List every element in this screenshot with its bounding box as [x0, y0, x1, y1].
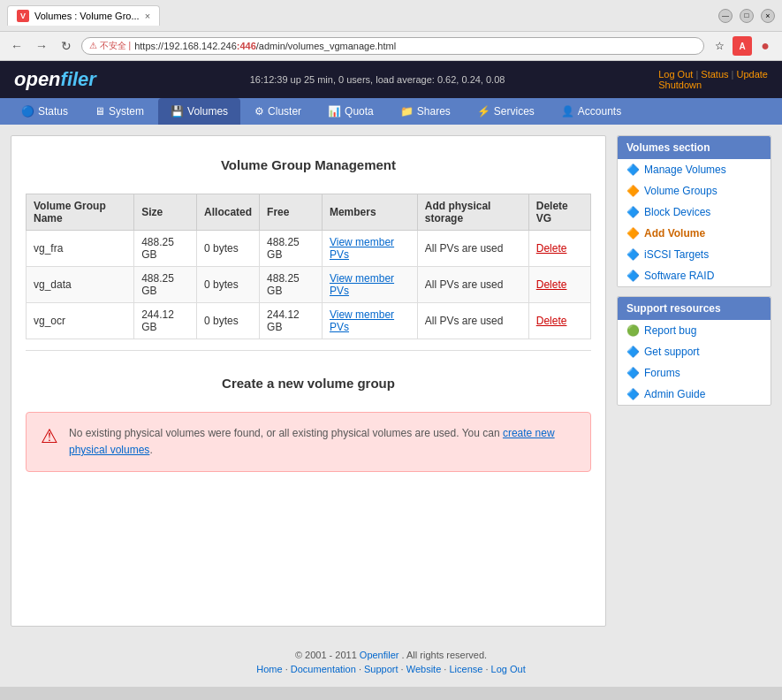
vg-add-storage-3: All PVs are used [417, 303, 528, 339]
nav-status[interactable]: 🔵 Status [9, 98, 80, 125]
table-section-title: Volume Group Management [26, 150, 591, 179]
address-port: :446 [237, 41, 256, 51]
refresh-button[interactable]: ↻ [57, 36, 76, 56]
shares-nav-icon: 📁 [400, 105, 414, 118]
nav-accounts[interactable]: 👤 Accounts [549, 98, 634, 125]
col-delete: Delete VG [528, 194, 590, 231]
nav-shares[interactable]: 📁 Shares [388, 98, 463, 125]
block-devices-icon: 🔷 [626, 206, 639, 218]
view-member-pvs-3[interactable]: View member PVs [330, 308, 394, 333]
sidebar-add-volume-label: Add Volume [644, 227, 705, 240]
sidebar-item-software-raid[interactable]: 🔷 Software RAID [618, 265, 771, 286]
sidebar-item-add-volume[interactable]: 🔶 Add Volume [618, 223, 771, 244]
create-section: Create a new volume group ⚠ No existing … [26, 369, 591, 472]
delete-vg-2[interactable]: Delete [536, 278, 567, 291]
get-support-icon: 🔷 [626, 346, 639, 358]
nav-quota[interactable]: 📊 Quota [315, 98, 386, 125]
footer-links: Home · Documentation · Support · Website… [12, 664, 770, 674]
browser-tab[interactable]: V Volumes : Volume Gro... × [7, 5, 160, 26]
warning-message: No existing physical volumes were found,… [69, 425, 576, 459]
nav-cluster[interactable]: ⚙ Cluster [242, 98, 314, 125]
nav-system[interactable]: 🖥 System [82, 98, 156, 125]
delete-vg-1[interactable]: Delete [536, 242, 567, 255]
bookmark-icon[interactable]: ☆ [710, 36, 729, 56]
iscsi-targets-icon: 🔷 [626, 248, 639, 261]
app: openfiler 16:12:39 up 25 min, 0 users, l… [0, 61, 782, 687]
address-text: https://192.168.142.246:446/admin/volume… [134, 41, 396, 51]
nav-quota-label: Quota [345, 105, 374, 118]
maximize-button[interactable]: □ [740, 9, 754, 23]
nav-system-label: System [109, 105, 144, 118]
address-https: https://192.168.142.246 [134, 41, 237, 51]
nav-shares-label: Shares [417, 105, 451, 118]
update-link[interactable]: Update [737, 69, 768, 80]
footer-logout[interactable]: Log Out [491, 664, 526, 674]
sidebar-item-forums[interactable]: 🔷 Forums [618, 362, 771, 384]
sidebar-item-volume-groups[interactable]: 🔶 Volume Groups [618, 180, 771, 202]
vg-members-3: View member PVs [322, 303, 417, 339]
footer-home[interactable]: Home [256, 664, 282, 674]
window-controls: — □ × [718, 9, 775, 23]
sidebar-item-iscsi-targets[interactable]: 🔷 iSCSI Targets [618, 244, 771, 265]
view-member-pvs-1[interactable]: View member PVs [330, 236, 394, 261]
software-raid-icon: 🔷 [626, 270, 639, 282]
create-section-title: Create a new volume group [26, 369, 591, 398]
browser-titlebar: V Volumes : Volume Gro... × — □ × [0, 0, 782, 32]
header-links: Log Out | Status | Update Shutdown [658, 69, 768, 90]
sidebar-get-support-label: Get support [644, 346, 700, 358]
vg-size-3: 244.12 GB [134, 303, 197, 339]
volume-groups-icon: 🔶 [626, 185, 639, 197]
col-members: Members [322, 194, 417, 231]
status-link[interactable]: Status [701, 69, 728, 80]
vg-allocated-1: 0 bytes [197, 231, 260, 267]
sidebar-item-admin-guide[interactable]: 🔷 Admin Guide [618, 384, 771, 405]
footer-support[interactable]: Support [364, 664, 399, 674]
address-bar[interactable]: ⚠ 不安全 | https://192.168.142.246:446/admi… [81, 37, 704, 55]
nav-services[interactable]: ⚡ Services [465, 98, 547, 125]
vg-members-1: View member PVs [322, 231, 417, 267]
nav-cluster-label: Cluster [268, 105, 301, 118]
view-member-pvs-2[interactable]: View member PVs [330, 272, 394, 297]
sidebar-item-block-devices[interactable]: 🔷 Block Devices [618, 202, 771, 223]
footer-website[interactable]: Website [406, 664, 442, 674]
app-header: openfiler 16:12:39 up 25 min, 0 users, l… [0, 61, 782, 98]
nav-status-label: Status [38, 105, 68, 118]
vg-free-1: 488.25 GB [260, 231, 323, 267]
tab-close-icon[interactable]: × [145, 11, 150, 21]
admin-guide-icon: 🔷 [626, 388, 639, 400]
footer-rights: . All rights reserved. [402, 650, 488, 660]
vg-size-2: 488.25 GB [134, 267, 197, 303]
address-path: /admin/volumes_vgmanage.html [256, 41, 396, 51]
nav-volumes[interactable]: 💾 Volumes [158, 98, 240, 125]
footer-license[interactable]: License [449, 664, 482, 674]
vg-allocated-3: 0 bytes [197, 303, 260, 339]
sidebar-item-get-support[interactable]: 🔷 Get support [618, 341, 771, 362]
vg-name-2: vg_data [27, 267, 134, 303]
sidebar-report-bug-label: Report bug [644, 324, 696, 337]
minimize-button[interactable]: — [718, 9, 733, 23]
nav-accounts-label: Accounts [578, 105, 621, 118]
footer-documentation[interactable]: Documentation [291, 664, 356, 674]
sidebar-forums-label: Forums [644, 367, 680, 379]
vg-delete-3: Delete [528, 303, 590, 339]
volume-group-table: Volume Group Name Size Allocated Free Me… [26, 194, 591, 339]
sidebar-support-title: Support resources [618, 297, 771, 320]
warning-dot-icon[interactable]: ● [755, 36, 775, 56]
extension-icon[interactable]: A [733, 36, 752, 56]
back-button[interactable]: ← [7, 36, 27, 56]
sidebar-manage-volumes-label: Manage Volumes [644, 164, 726, 176]
vg-name-3: vg_ocr [27, 303, 134, 339]
logout-link[interactable]: Log Out [658, 69, 693, 80]
forward-button[interactable]: → [32, 36, 51, 56]
footer-brand-link[interactable]: Openfiler [360, 650, 399, 660]
nav-volumes-label: Volumes [187, 105, 228, 118]
services-nav-icon: ⚡ [477, 105, 490, 118]
sidebar-item-manage-volumes[interactable]: 🔷 Manage Volumes [618, 159, 771, 180]
shutdown-link[interactable]: Shutdown [658, 80, 702, 90]
close-button[interactable]: × [761, 9, 775, 23]
col-free: Free [260, 194, 323, 231]
delete-vg-3[interactable]: Delete [536, 315, 567, 327]
sidebar-item-report-bug[interactable]: 🟢 Report bug [618, 320, 771, 341]
browser-toolbar: ← → ↻ ⚠ 不安全 | https://192.168.142.246:44… [0, 32, 782, 60]
table-row: vg_fra 488.25 GB 0 bytes 488.25 GB View … [27, 231, 591, 267]
